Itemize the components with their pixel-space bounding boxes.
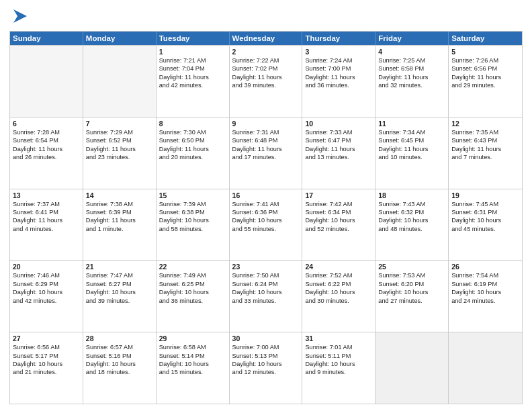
cell-line: Sunset: 6:38 PM bbox=[159, 208, 226, 216]
day-number: 6 bbox=[13, 120, 80, 128]
cell-line: Sunset: 6:22 PM bbox=[305, 280, 372, 288]
day-number: 7 bbox=[86, 120, 153, 128]
cell-line: Sunrise: 7:43 AM bbox=[378, 200, 445, 208]
cal-cell: 13Sunrise: 7:37 AMSunset: 6:41 PMDayligh… bbox=[10, 189, 83, 261]
day-number: 11 bbox=[378, 120, 445, 128]
cell-line: Sunset: 6:29 PM bbox=[13, 280, 80, 288]
cell-line: Sunset: 6:58 PM bbox=[378, 64, 445, 73]
cell-line: Sunset: 7:04 PM bbox=[159, 64, 226, 73]
cell-line: and 48 minutes. bbox=[378, 225, 445, 233]
cell-line: Sunset: 6:31 PM bbox=[451, 208, 519, 216]
cal-cell: 3Sunrise: 7:24 AMSunset: 7:00 PMDaylight… bbox=[302, 46, 375, 117]
cell-line: Sunrise: 7:00 AM bbox=[232, 343, 300, 351]
cell-line: and 33 minutes. bbox=[232, 297, 300, 305]
cal-cell: 12Sunrise: 7:35 AMSunset: 6:43 PMDayligh… bbox=[449, 118, 522, 189]
cell-line: Sunset: 6:41 PM bbox=[13, 208, 80, 216]
cell-line: Sunrise: 7:29 AM bbox=[86, 128, 153, 136]
cell-line: and 1 minute. bbox=[86, 225, 153, 233]
cell-line: and 55 minutes. bbox=[232, 225, 300, 233]
cell-line: Daylight: 11 hours bbox=[305, 145, 372, 153]
cell-line: and 27 minutes. bbox=[378, 297, 445, 305]
cell-line: Daylight: 11 hours bbox=[378, 73, 445, 81]
cell-line: Sunset: 6:45 PM bbox=[378, 136, 445, 144]
cal-cell: 14Sunrise: 7:38 AMSunset: 6:39 PMDayligh… bbox=[83, 189, 157, 261]
cell-line: Sunrise: 6:57 AM bbox=[86, 343, 153, 351]
cell-line: Daylight: 10 hours bbox=[13, 288, 80, 296]
cal-cell: 26Sunrise: 7:54 AMSunset: 6:19 PMDayligh… bbox=[449, 261, 522, 332]
cell-line: Sunrise: 7:33 AM bbox=[305, 128, 372, 136]
cell-line: Daylight: 11 hours bbox=[451, 73, 519, 81]
cell-line: Sunset: 6:27 PM bbox=[86, 280, 153, 288]
cell-line: Daylight: 10 hours bbox=[232, 360, 300, 368]
cell-line: Sunset: 6:52 PM bbox=[86, 136, 153, 144]
svg-marker-0 bbox=[13, 9, 27, 23]
cell-line: Sunrise: 7:39 AM bbox=[159, 200, 226, 208]
cell-line: and 39 minutes. bbox=[86, 297, 153, 305]
day-number: 27 bbox=[13, 334, 80, 342]
cal-cell bbox=[375, 332, 449, 404]
cell-line: Sunrise: 7:42 AM bbox=[305, 200, 372, 208]
cell-line: Daylight: 11 hours bbox=[305, 73, 372, 81]
cell-line: Sunset: 6:36 PM bbox=[232, 208, 300, 216]
day-number: 19 bbox=[451, 191, 519, 199]
day-number: 8 bbox=[159, 120, 226, 128]
cell-line: Sunrise: 7:30 AM bbox=[159, 128, 226, 136]
cell-line: Daylight: 10 hours bbox=[13, 360, 80, 368]
day-number: 26 bbox=[451, 263, 519, 271]
calendar-row-1: 1Sunrise: 7:21 AMSunset: 7:04 PMDaylight… bbox=[10, 45, 522, 117]
cell-line: and 32 minutes. bbox=[378, 81, 445, 89]
cell-line: Daylight: 10 hours bbox=[378, 216, 445, 224]
cal-cell: 16Sunrise: 7:41 AMSunset: 6:36 PMDayligh… bbox=[230, 189, 303, 261]
cell-line: Daylight: 11 hours bbox=[86, 145, 153, 153]
header-day-thursday: Thursday bbox=[302, 32, 375, 45]
cell-line: Daylight: 11 hours bbox=[159, 73, 226, 81]
cell-line: Sunset: 6:50 PM bbox=[159, 136, 226, 144]
cell-line: and 42 minutes. bbox=[159, 81, 226, 89]
cell-line: and 42 minutes. bbox=[13, 297, 80, 305]
day-number: 14 bbox=[86, 191, 153, 199]
cell-line: Daylight: 11 hours bbox=[232, 73, 300, 81]
day-number: 29 bbox=[159, 334, 226, 342]
cell-line: and 30 minutes. bbox=[305, 297, 372, 305]
calendar-row-2: 6Sunrise: 7:28 AMSunset: 6:54 PMDaylight… bbox=[10, 117, 522, 189]
cal-cell: 31Sunrise: 7:01 AMSunset: 5:11 PMDayligh… bbox=[302, 332, 375, 404]
header-day-sunday: Sunday bbox=[10, 32, 83, 45]
cell-line: Sunset: 6:47 PM bbox=[305, 136, 372, 144]
cell-line: Sunrise: 6:58 AM bbox=[159, 343, 226, 351]
cell-line: Sunrise: 7:50 AM bbox=[232, 271, 300, 279]
cal-cell: 25Sunrise: 7:53 AMSunset: 6:20 PMDayligh… bbox=[375, 261, 449, 332]
cal-cell: 23Sunrise: 7:50 AMSunset: 6:24 PMDayligh… bbox=[230, 261, 303, 332]
cell-line: and 17 minutes. bbox=[232, 153, 300, 161]
header-day-tuesday: Tuesday bbox=[157, 32, 230, 45]
day-number: 3 bbox=[305, 48, 372, 56]
day-number: 28 bbox=[86, 334, 153, 342]
cell-line: Sunset: 6:54 PM bbox=[13, 136, 80, 144]
cell-line: and 23 minutes. bbox=[86, 153, 153, 161]
cell-line: Sunset: 7:00 PM bbox=[305, 64, 372, 73]
cell-line: Daylight: 10 hours bbox=[451, 288, 519, 296]
cell-line: Daylight: 10 hours bbox=[305, 360, 372, 368]
cal-cell: 29Sunrise: 6:58 AMSunset: 5:14 PMDayligh… bbox=[157, 332, 230, 404]
cell-line: Sunrise: 7:35 AM bbox=[451, 128, 519, 136]
cell-line: and 21 minutes. bbox=[13, 368, 80, 376]
day-number: 17 bbox=[305, 191, 372, 199]
cell-line: Sunset: 6:39 PM bbox=[86, 208, 153, 216]
cell-line: Daylight: 11 hours bbox=[378, 145, 445, 153]
day-number: 1 bbox=[159, 48, 226, 56]
cell-line: and 13 minutes. bbox=[305, 153, 372, 161]
cal-cell: 28Sunrise: 6:57 AMSunset: 5:16 PMDayligh… bbox=[83, 332, 157, 404]
calendar-row-4: 20Sunrise: 7:46 AMSunset: 6:29 PMDayligh… bbox=[10, 260, 522, 332]
cell-line: and 24 minutes. bbox=[451, 297, 519, 305]
day-number: 25 bbox=[378, 263, 445, 271]
cell-line: and 29 minutes. bbox=[451, 81, 519, 89]
cell-line: Daylight: 11 hours bbox=[232, 145, 300, 153]
cell-line: and 18 minutes. bbox=[86, 368, 153, 376]
cell-line: and 20 minutes. bbox=[159, 153, 226, 161]
cell-line: Daylight: 11 hours bbox=[86, 216, 153, 224]
cal-cell: 15Sunrise: 7:39 AMSunset: 6:38 PMDayligh… bbox=[157, 189, 230, 261]
cell-line: Daylight: 10 hours bbox=[86, 360, 153, 368]
cell-line: Daylight: 11 hours bbox=[13, 145, 80, 153]
header-day-friday: Friday bbox=[375, 32, 449, 45]
cal-cell bbox=[83, 46, 157, 117]
cal-cell: 20Sunrise: 7:46 AMSunset: 6:29 PMDayligh… bbox=[10, 261, 83, 332]
